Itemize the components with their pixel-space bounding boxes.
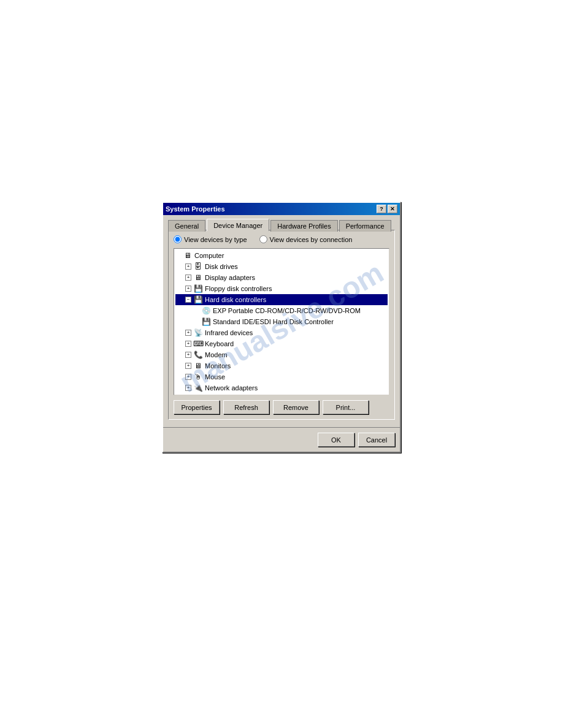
refresh-button[interactable]: Refresh bbox=[223, 400, 269, 414]
action-buttons: Properties Refresh Remove Print... bbox=[174, 400, 389, 414]
tab-content: View devices by type View devices by con… bbox=[168, 230, 395, 420]
title-bar: System Properties ? ✕ bbox=[163, 203, 400, 215]
tree-container: 🖥 Computer + 🗄 Disk drives + 🖥 bbox=[174, 248, 389, 395]
tree-item-modem[interactable]: + 📞 Modem bbox=[175, 349, 388, 360]
hard-disk-icon: 💾 bbox=[193, 295, 203, 305]
cdrom-icon: 💿 bbox=[201, 306, 211, 316]
tree-item-hard-disk[interactable]: − 💾 Hard disk controllers bbox=[175, 294, 388, 305]
tab-general[interactable]: General bbox=[168, 220, 205, 232]
tree-item-floppy[interactable]: + 💾 Floppy disk controllers bbox=[175, 283, 388, 294]
tab-device-manager[interactable]: Device Manager bbox=[207, 219, 269, 231]
tree-item-monitors[interactable]: + 🖥 Monitors bbox=[175, 360, 388, 371]
dialog-footer: OK Cancel bbox=[163, 427, 400, 452]
tree-item-exp-cdrom[interactable]: 💿 EXP Portable CD-ROM/CD-R/CD-RW/DVD-ROM bbox=[175, 305, 388, 316]
tree-item-infrared[interactable]: + 📡 Infrared devices bbox=[175, 327, 388, 338]
infrared-icon: 📡 bbox=[193, 328, 203, 338]
radio-by-type-input[interactable] bbox=[174, 235, 182, 243]
tab-hardware-profiles[interactable]: Hardware Profiles bbox=[270, 220, 337, 232]
tab-row: General Device Manager Hardware Profiles… bbox=[168, 219, 395, 230]
expand-icon[interactable]: + bbox=[185, 330, 191, 336]
expand-icon[interactable]: + bbox=[185, 286, 191, 292]
print-button[interactable]: Print... bbox=[323, 400, 369, 414]
ok-button[interactable]: OK bbox=[318, 433, 354, 447]
close-button[interactable]: ✕ bbox=[388, 205, 397, 213]
tree-inner[interactable]: 🖥 Computer + 🗄 Disk drives + 🖥 bbox=[174, 249, 389, 395]
tab-performance[interactable]: Performance bbox=[339, 220, 391, 232]
network-icon: 🔌 bbox=[193, 383, 203, 393]
radio-by-connection-input[interactable] bbox=[259, 235, 267, 243]
tree-item-standard-ide[interactable]: 💾 Standard IDE/ESDI Hard Disk Controller bbox=[175, 316, 388, 327]
mouse-icon: 🖱 bbox=[193, 372, 203, 382]
properties-button[interactable]: Properties bbox=[174, 400, 220, 414]
expand-icon[interactable]: + bbox=[185, 341, 191, 347]
computer-icon: 🖥 bbox=[183, 251, 193, 260]
monitors-icon: 🖥 bbox=[193, 361, 203, 371]
expand-icon[interactable]: + bbox=[185, 385, 191, 391]
expand-icon[interactable]: + bbox=[185, 275, 191, 281]
tree-item-pcmcia[interactable]: + 🔌 PCMCIA socket bbox=[175, 393, 388, 395]
help-button[interactable]: ? bbox=[377, 205, 386, 213]
display-adapters-icon: 🖥 bbox=[193, 273, 203, 282]
expand-icon[interactable]: + bbox=[185, 264, 191, 270]
radio-by-type[interactable]: View devices by type bbox=[174, 235, 247, 243]
title-bar-controls: ? ✕ bbox=[377, 205, 397, 213]
expand-icon[interactable]: + bbox=[185, 352, 191, 358]
remove-button[interactable]: Remove bbox=[273, 400, 319, 414]
disk-drives-icon: 🗄 bbox=[193, 262, 203, 271]
dialog-body: General Device Manager Hardware Profiles… bbox=[163, 215, 400, 425]
ide-icon: 💾 bbox=[201, 317, 211, 327]
expand-icon[interactable]: + bbox=[185, 374, 191, 380]
dialog-wrapper: System Properties ? ✕ General Device Man… bbox=[162, 202, 401, 453]
keyboard-icon: ⌨ bbox=[193, 339, 203, 349]
tree-item-display-adapters[interactable]: + 🖥 Display adapters bbox=[175, 272, 388, 283]
expand-icon[interactable]: + bbox=[185, 363, 191, 369]
radio-row: View devices by type View devices by con… bbox=[174, 235, 389, 243]
dialog-title: System Properties bbox=[166, 205, 225, 213]
cancel-button[interactable]: Cancel bbox=[358, 433, 395, 447]
tree-item-disk-drives[interactable]: + 🗄 Disk drives bbox=[175, 261, 388, 272]
expand-icon[interactable]: − bbox=[185, 297, 191, 303]
tree-item-network[interactable]: + 🔌 Network adapters bbox=[175, 382, 388, 393]
tree-item-computer[interactable]: 🖥 Computer bbox=[175, 250, 388, 261]
modem-icon: 📞 bbox=[193, 350, 203, 360]
floppy-icon: 💾 bbox=[193, 284, 203, 294]
radio-by-connection[interactable]: View devices by connection bbox=[259, 235, 353, 243]
system-properties-dialog: System Properties ? ✕ General Device Man… bbox=[162, 202, 401, 453]
tree-item-keyboard[interactable]: + ⌨ Keyboard bbox=[175, 338, 388, 349]
tree-item-mouse[interactable]: + 🖱 Mouse bbox=[175, 371, 388, 382]
pcmcia-icon: 🔌 bbox=[193, 394, 203, 395]
